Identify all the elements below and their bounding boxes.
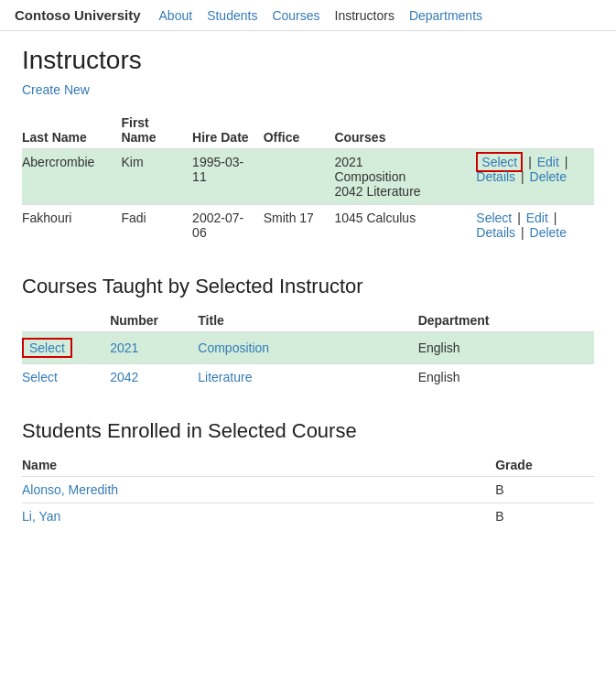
course-department: English	[418, 364, 594, 391]
courses-col-number: Number	[110, 309, 198, 332]
nav-courses[interactable]: Courses	[272, 8, 319, 23]
top-navigation: Contoso University About Students Course…	[0, 0, 616, 31]
instructor-details-link[interactable]: Details	[476, 225, 515, 240]
col-header-hire-date: Hire Date	[192, 112, 264, 149]
course-row: Select2021CompositionEnglish	[22, 332, 594, 364]
student-name: Li, Yan	[22, 503, 495, 530]
instructor-courses: 2021Composition2042 Literature	[334, 149, 476, 205]
sep3: |	[517, 169, 527, 184]
course-select-link[interactable]: Select	[22, 370, 58, 384]
students-col-name: Name	[22, 454, 495, 477]
course-select-cell: Select	[22, 332, 110, 364]
instructor-first-name: Fadi	[121, 205, 192, 246]
course-title: Composition	[198, 332, 417, 364]
course-department: English	[418, 332, 594, 364]
instructor-row: AbercrombieKim1995-03-112021Composition2…	[22, 149, 594, 205]
student-name: Alonso, Meredith	[22, 477, 495, 503]
students-col-grade: Grade	[495, 454, 594, 477]
instructor-office	[264, 149, 335, 205]
instructor-office: Smith 17	[264, 205, 335, 246]
instructor-first-name: Kim	[121, 149, 192, 205]
instructor-details-link[interactable]: Details	[476, 169, 515, 184]
courses-table: Number Title Department Select2021Compos…	[22, 309, 594, 390]
instructor-hire-date: 2002-07-06	[192, 205, 264, 246]
main-content: Instructors Create New Last Name First N…	[0, 31, 616, 544]
sep2: |	[561, 155, 568, 169]
nav-departments[interactable]: Departments	[409, 8, 482, 23]
create-new-link[interactable]: Create New	[22, 82, 90, 97]
course-number: 2021	[110, 332, 198, 364]
students-section-title: Students Enrolled in Selected Course	[22, 412, 594, 443]
course-select-box: Select	[22, 338, 72, 358]
courses-col-select	[22, 309, 110, 332]
col-header-office: Office	[264, 112, 335, 149]
instructor-edit-link[interactable]: Edit	[537, 155, 559, 169]
instructor-actions: Select | Edit |Details | Delete	[476, 149, 594, 205]
course-select-cell: Select	[22, 364, 110, 391]
course-row: Select2042LiteratureEnglish	[22, 364, 594, 391]
course-title: Literature	[198, 364, 417, 391]
student-grade: B	[495, 503, 594, 530]
course-number: 2042	[110, 364, 198, 391]
instructors-table: Last Name First Name Hire Date Office Co…	[22, 112, 594, 245]
student-grade: B	[495, 477, 594, 503]
course-select-link[interactable]: Select	[29, 341, 65, 355]
student-name-link[interactable]: Alonso, Meredith	[22, 482, 118, 497]
instructor-hire-date: 1995-03-11	[192, 149, 264, 205]
courses-section-title: Courses Taught by Selected Instructor	[22, 267, 594, 298]
instructor-row: FakhouriFadi2002-07-06Smith 171045 Calcu…	[22, 205, 594, 246]
sep2: |	[550, 211, 557, 225]
col-header-courses: Courses	[334, 112, 476, 149]
instructor-last-name: Abercrombie	[22, 149, 121, 205]
instructor-edit-link[interactable]: Edit	[526, 211, 548, 225]
nav-instructors[interactable]: Instructors	[335, 8, 394, 23]
col-header-first-name: First Name	[121, 112, 192, 149]
nav-about[interactable]: About	[159, 8, 193, 23]
instructor-delete-link[interactable]: Delete	[530, 169, 567, 184]
brand-name: Contoso University	[15, 7, 141, 23]
students-table: Name Grade Alonso, MeredithBLi, YanB	[22, 454, 594, 529]
student-row: Li, YanB	[22, 503, 594, 530]
col-header-last-name: Last Name	[22, 112, 121, 149]
sep3: |	[517, 225, 527, 240]
instructor-last-name: Fakhouri	[22, 205, 121, 246]
nav-students[interactable]: Students	[207, 8, 257, 23]
sep1: |	[524, 155, 535, 169]
page-title: Instructors	[22, 46, 594, 75]
student-name-link[interactable]: Li, Yan	[22, 509, 60, 524]
instructor-select-link[interactable]: Select	[476, 211, 512, 225]
col-header-actions	[476, 112, 594, 149]
instructor-delete-link[interactable]: Delete	[530, 225, 567, 240]
courses-col-title: Title	[198, 309, 417, 332]
nav-links: About Students Courses Instructors Depar…	[159, 8, 483, 23]
student-row: Alonso, MeredithB	[22, 477, 594, 503]
sep1: |	[513, 211, 524, 225]
instructor-actions: Select | Edit |Details | Delete	[476, 205, 594, 246]
instructor-courses: 1045 Calculus	[334, 205, 476, 246]
courses-col-department: Department	[418, 309, 594, 332]
